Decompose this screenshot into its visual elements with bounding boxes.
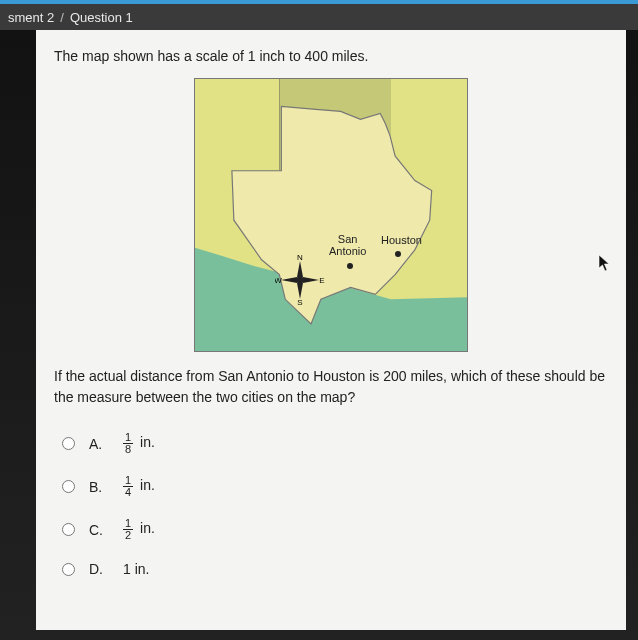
breadcrumb: sment 2 / Question 1 bbox=[0, 4, 638, 30]
answer-option-a[interactable]: A. 1 8 in. bbox=[54, 422, 608, 465]
svg-point-4 bbox=[297, 277, 303, 283]
compass-e: E bbox=[319, 276, 324, 285]
city-label-houston: Houston bbox=[381, 234, 422, 246]
answer-letter: C. bbox=[89, 522, 109, 538]
answer-value: 1 8 in. bbox=[123, 432, 155, 455]
city-dot-san-antonio bbox=[347, 263, 353, 269]
compass-n: N bbox=[297, 255, 303, 262]
question-panel: The map shown has a scale of 1 inch to 4… bbox=[36, 30, 626, 630]
city-dot-houston bbox=[395, 251, 401, 257]
radio-icon[interactable] bbox=[62, 563, 75, 576]
radio-icon[interactable] bbox=[62, 437, 75, 450]
radio-icon[interactable] bbox=[62, 523, 75, 536]
answer-option-c[interactable]: C. 1 2 in. bbox=[54, 508, 608, 551]
answer-letter: D. bbox=[89, 561, 109, 577]
breadcrumb-assessment: sment 2 bbox=[8, 10, 54, 25]
compass-rose: N E S W bbox=[275, 255, 325, 305]
city-label-san-antonio: San Antonio bbox=[329, 233, 366, 257]
question-body: If the actual distance from San Antonio … bbox=[54, 366, 608, 408]
fraction: 1 2 bbox=[123, 518, 133, 541]
city-san-antonio-line2: Antonio bbox=[329, 245, 366, 257]
texas-shape bbox=[222, 101, 440, 329]
answer-letter: B. bbox=[89, 479, 109, 495]
answer-letter: A. bbox=[89, 436, 109, 452]
fraction: 1 4 bbox=[123, 475, 133, 498]
compass-w: W bbox=[275, 276, 282, 285]
fraction: 1 8 bbox=[123, 432, 133, 455]
answer-value: 1 in. bbox=[123, 561, 149, 577]
map-image: San Antonio Houston N E S bbox=[194, 78, 468, 352]
breadcrumb-question: Question 1 bbox=[70, 10, 133, 25]
radio-icon[interactable] bbox=[62, 480, 75, 493]
answer-option-d[interactable]: D. 1 in. bbox=[54, 551, 608, 587]
breadcrumb-separator: / bbox=[60, 10, 64, 25]
answer-list: A. 1 8 in. B. 1 4 in. bbox=[54, 422, 608, 587]
question-intro: The map shown has a scale of 1 inch to 4… bbox=[54, 48, 608, 64]
answer-value: 1 2 in. bbox=[123, 518, 155, 541]
map-container: San Antonio Houston N E S bbox=[54, 78, 608, 352]
compass-s: S bbox=[297, 298, 302, 305]
desktop-frame: sment 2 / Question 1 The map shown has a… bbox=[0, 0, 638, 640]
answer-option-b[interactable]: B. 1 4 in. bbox=[54, 465, 608, 508]
city-san-antonio-line1: San bbox=[338, 233, 358, 245]
answer-value: 1 4 in. bbox=[123, 475, 155, 498]
